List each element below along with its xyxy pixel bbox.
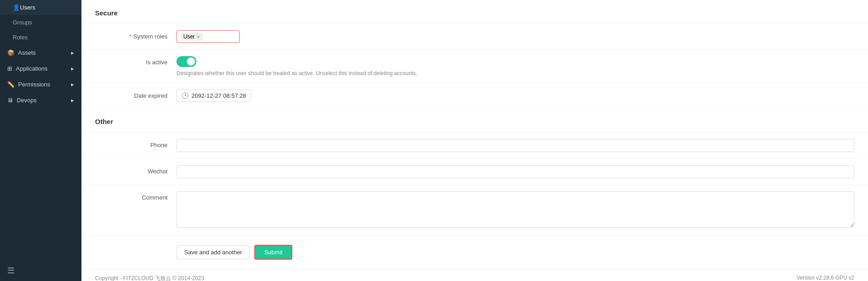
permissions-arrow-icon: ▸ bbox=[71, 81, 74, 88]
sidebar-item-users[interactable]: 👤 Users bbox=[0, 0, 81, 15]
footer: Copyright - FIT2CLOUD 飞致云 © 2014-2023 Ve… bbox=[81, 269, 868, 281]
sidebar-label-devops: Devops bbox=[17, 97, 67, 104]
applications-icon: ⊞ bbox=[7, 65, 12, 72]
sidebar: 👤 Users Groups Roles 📦 Assets ▸ ⊞ Applic… bbox=[0, 0, 81, 281]
calendar-icon: 🕐 bbox=[181, 92, 189, 99]
save-and-add-another-button[interactable]: Save and add another bbox=[176, 245, 250, 259]
sidebar-item-devops[interactable]: 🖥 Devops ▸ bbox=[0, 92, 81, 108]
label-is-active: Is active bbox=[95, 56, 176, 66]
label-system-roles: *System roles bbox=[95, 30, 176, 40]
field-system-roles: *System roles User ✕ bbox=[81, 24, 868, 50]
system-roles-wrap: User ✕ bbox=[176, 30, 854, 43]
field-date-expired: Date expired 🕐 2092-12-27 08:57:28 bbox=[81, 83, 868, 109]
sidebar-item-roles[interactable]: Roles bbox=[0, 30, 81, 45]
assets-arrow-icon: ▸ bbox=[71, 49, 74, 56]
label-date-expired: Date expired bbox=[95, 90, 176, 99]
users-icon: 👤 bbox=[13, 4, 20, 11]
sidebar-item-assets[interactable]: 📦 Assets ▸ bbox=[0, 45, 81, 61]
user-tag-label: User bbox=[183, 33, 195, 40]
sidebar-item-groups[interactable]: Groups bbox=[0, 15, 81, 30]
sidebar-label-permissions: Permissions bbox=[18, 81, 67, 88]
footer-version: Version v2.28.6 GPU v2 bbox=[796, 275, 854, 281]
sidebar-label-roles: Roles bbox=[13, 34, 28, 41]
comment-wrap bbox=[176, 191, 854, 229]
required-marker: * bbox=[129, 33, 132, 40]
is-active-toggle[interactable] bbox=[176, 56, 196, 67]
submit-button[interactable]: Submit bbox=[254, 245, 292, 260]
devops-icon: 🖥 bbox=[7, 97, 13, 104]
phone-input[interactable] bbox=[176, 139, 854, 152]
field-wechat: Wechat bbox=[81, 159, 868, 185]
assets-icon: 📦 bbox=[7, 49, 14, 56]
user-tag: User ✕ bbox=[181, 33, 203, 41]
label-wechat: Wechat bbox=[95, 165, 176, 175]
date-expired-value: 2092-12-27 08:57:28 bbox=[191, 92, 246, 99]
is-active-hint: Designates whether this user should be t… bbox=[176, 70, 854, 76]
field-comment: Comment bbox=[81, 185, 868, 236]
sidebar-label-groups: Groups bbox=[13, 19, 32, 26]
sidebar-label-assets: Assets bbox=[18, 49, 67, 56]
phone-wrap bbox=[176, 139, 854, 152]
section-other-title: Other bbox=[81, 109, 868, 133]
label-phone: Phone bbox=[95, 139, 176, 148]
form-buttons: Save and add another Submit bbox=[81, 236, 868, 269]
sidebar-item-permissions[interactable]: ✏️ Permissions ▸ bbox=[0, 76, 81, 92]
form-area: Secure *System roles User ✕ Is active bbox=[81, 0, 868, 269]
sidebar-item-applications[interactable]: ⊞ Applications ▸ bbox=[0, 61, 81, 76]
wechat-wrap bbox=[176, 165, 854, 178]
footer-copyright: Copyright - FIT2CLOUD 飞致云 © 2014-2023 bbox=[95, 275, 204, 281]
is-active-wrap: Designates whether this user should be t… bbox=[176, 56, 854, 76]
collapse-icon: ☰ bbox=[7, 266, 14, 275]
field-is-active: Is active Designates whether this user s… bbox=[81, 50, 868, 83]
devops-arrow-icon: ▸ bbox=[71, 97, 74, 104]
sidebar-collapse-button[interactable]: ☰ bbox=[0, 260, 81, 281]
section-secure-title: Secure bbox=[81, 0, 868, 24]
sidebar-label-applications: Applications bbox=[16, 65, 67, 72]
sidebar-label-users: Users bbox=[20, 4, 35, 11]
applications-arrow-icon: ▸ bbox=[71, 65, 74, 72]
wechat-input[interactable] bbox=[176, 165, 854, 178]
comment-input[interactable] bbox=[176, 191, 854, 228]
date-expired-input[interactable]: 🕐 2092-12-27 08:57:28 bbox=[176, 90, 251, 102]
field-phone: Phone bbox=[81, 133, 868, 159]
main-content: Secure *System roles User ✕ Is active bbox=[81, 0, 868, 281]
toggle-slider bbox=[176, 56, 196, 67]
label-comment: Comment bbox=[95, 191, 176, 201]
permissions-icon: ✏️ bbox=[7, 81, 14, 88]
date-expired-wrap: 🕐 2092-12-27 08:57:28 bbox=[176, 90, 854, 102]
user-tag-close[interactable]: ✕ bbox=[196, 34, 200, 39]
system-roles-input[interactable]: User ✕ bbox=[176, 30, 240, 43]
